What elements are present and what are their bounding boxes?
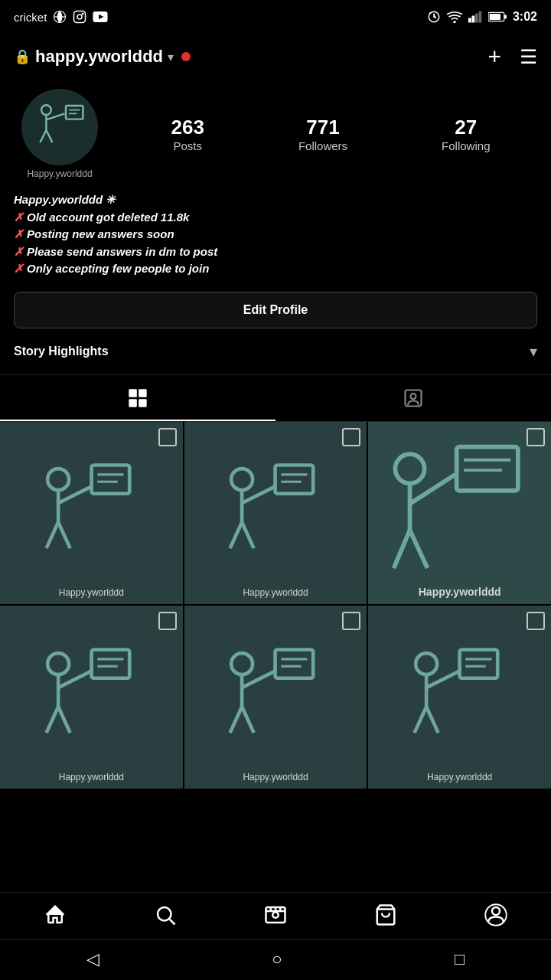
time-label: 3:02	[513, 10, 537, 24]
bio-line-2: ✗ Posting new answers soon	[14, 226, 537, 243]
svg-line-45	[243, 522, 255, 548]
svg-rect-11	[475, 14, 478, 23]
notification-dot	[181, 52, 191, 61]
svg-rect-27	[139, 399, 147, 407]
svg-rect-9	[468, 18, 471, 23]
svg-point-41	[232, 469, 253, 490]
multi-post-icon	[158, 428, 177, 446]
svg-rect-16	[66, 106, 83, 119]
grid-item[interactable]: Happy.yworlddd	[0, 606, 183, 789]
grid-item-label: Happy.yworlddd	[368, 772, 551, 782]
svg-point-3	[77, 15, 82, 19]
status-bar: cricket 3:02	[0, 0, 551, 34]
chevron-down-icon: ▾	[530, 342, 537, 361]
svg-rect-26	[129, 399, 137, 407]
svg-line-79	[170, 920, 175, 925]
avatar[interactable]	[21, 89, 98, 165]
android-recent-button[interactable]: □	[455, 949, 465, 969]
tab-bar	[0, 375, 551, 422]
home-icon	[44, 903, 67, 926]
post-thumbnail-svg	[386, 439, 533, 586]
search-nav-button[interactable]	[154, 903, 177, 932]
shop-nav-button[interactable]	[374, 903, 397, 932]
tab-grid[interactable]	[0, 375, 276, 421]
android-home-button[interactable]: ○	[272, 949, 282, 969]
reels-nav-button[interactable]	[264, 903, 287, 932]
dropdown-arrow-icon[interactable]: ▾	[168, 50, 174, 64]
story-highlights[interactable]: Story Highlights ▾	[0, 328, 551, 375]
profile-top: Happy.yworlddd 263 Posts 771 Followers 2…	[14, 89, 537, 179]
svg-point-29	[411, 394, 416, 399]
svg-point-4	[83, 13, 84, 15]
svg-point-81	[272, 912, 279, 918]
svg-line-77	[426, 707, 439, 733]
svg-point-87	[492, 907, 500, 915]
followers-count: 771	[306, 116, 339, 139]
grid-item-label: Happy.yworlddd	[184, 587, 367, 598]
grid-item-label: Happy.yworlddd	[0, 772, 183, 782]
grid-item[interactable]: Happy.yworlddd	[368, 422, 551, 605]
multi-post-icon	[158, 612, 177, 630]
menu-button[interactable]: ☰	[520, 45, 537, 69]
svg-point-57	[47, 653, 69, 675]
avatar-label: Happy.yworlddd	[27, 168, 92, 179]
lock-icon: 🔒	[14, 48, 31, 65]
instagram-icon	[73, 10, 86, 24]
home-nav-button[interactable]	[44, 903, 67, 932]
android-back-button[interactable]: ◁	[86, 949, 99, 969]
edit-profile-button[interactable]: Edit Profile	[14, 292, 537, 328]
reels-icon	[264, 903, 287, 926]
svg-rect-70	[460, 649, 498, 678]
svg-point-65	[232, 653, 253, 675]
svg-rect-62	[276, 649, 314, 678]
following-stat[interactable]: 27 Following	[442, 116, 490, 152]
svg-line-37	[58, 522, 70, 548]
add-button[interactable]: +	[487, 44, 501, 70]
grid-item[interactable]: Happy.yworlddd	[184, 606, 367, 789]
svg-point-33	[47, 469, 69, 490]
posts-label: Posts	[173, 139, 202, 152]
svg-line-51	[410, 475, 455, 504]
svg-line-60	[46, 707, 58, 733]
post-thumbnail-svg	[216, 638, 334, 756]
svg-rect-10	[471, 16, 474, 23]
person-tag-icon	[403, 387, 424, 409]
svg-line-23	[46, 130, 52, 142]
story-highlights-label: Story Highlights	[14, 345, 109, 358]
svg-line-36	[46, 522, 58, 548]
grid-icon	[127, 387, 148, 409]
followers-stat[interactable]: 771 Followers	[298, 116, 347, 152]
svg-rect-30	[91, 466, 129, 494]
svg-point-49	[396, 454, 425, 483]
bio-name-text: Happy.yworlddd ✳	[14, 193, 116, 206]
svg-line-52	[394, 531, 410, 569]
grid-item-label: Happy.yworlddd	[184, 772, 367, 782]
bio-line-3: ✗ Please send answers in dm to post	[14, 243, 537, 261]
bio-line-1: ✗ Old account got deleted 11.8k	[14, 209, 537, 227]
profile-stats: 263 Posts 771 Followers 27 Following	[124, 116, 537, 152]
profile-nav-button[interactable]	[484, 903, 507, 932]
post-thumbnail-svg	[216, 453, 334, 572]
profile-icon	[484, 903, 507, 926]
svg-line-44	[230, 522, 243, 548]
svg-rect-15	[504, 15, 507, 19]
post-thumbnail-svg	[32, 453, 151, 572]
status-right: 3:02	[427, 10, 537, 24]
following-label: Following	[442, 139, 490, 152]
followers-label: Followers	[298, 139, 347, 152]
svg-rect-38	[276, 466, 314, 494]
svg-line-61	[58, 707, 70, 733]
svg-rect-14	[490, 14, 500, 20]
youtube-icon	[93, 11, 108, 22]
svg-line-68	[230, 707, 243, 733]
grid-item[interactable]: Happy.yworlddd	[368, 606, 551, 789]
wifi-icon	[447, 11, 462, 23]
svg-rect-12	[478, 11, 481, 23]
svg-point-8	[453, 21, 455, 23]
grid-item[interactable]: Happy.yworlddd	[0, 422, 183, 605]
grid-item[interactable]: Happy.yworlddd	[184, 422, 367, 605]
tab-tagged[interactable]	[276, 375, 551, 421]
multi-post-icon	[342, 428, 360, 446]
username-label: happy.yworlddd	[35, 47, 163, 67]
svg-rect-2	[74, 11, 86, 23]
